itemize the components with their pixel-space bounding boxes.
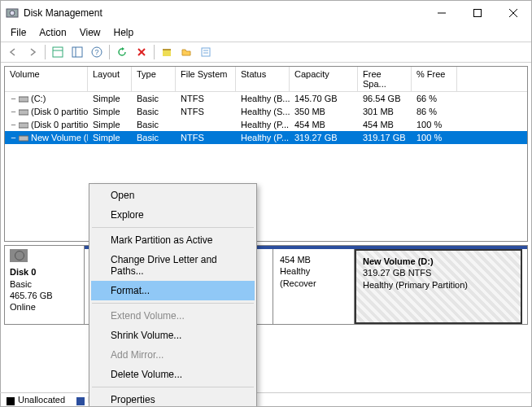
menu-bar: File Action View Help bbox=[1, 25, 531, 42]
svg-point-1 bbox=[10, 11, 15, 15]
menu-separator bbox=[92, 387, 254, 387]
col-filesystem[interactable]: File System bbox=[176, 67, 236, 91]
svg-rect-14 bbox=[163, 50, 171, 56]
legend: Unallocated Primary partition bbox=[0, 392, 532, 407]
ctx-mark-active[interactable]: Mark Partition as Active bbox=[91, 230, 255, 250]
list-icon[interactable] bbox=[197, 43, 215, 61]
ctx-delete[interactable]: Delete Volume... bbox=[91, 365, 255, 384]
svg-rect-19 bbox=[19, 97, 28, 102]
disk-icon bbox=[10, 249, 28, 262]
svg-rect-16 bbox=[202, 48, 210, 56]
svg-rect-3 bbox=[474, 10, 482, 17]
ctx-extend: Extend Volume... bbox=[91, 306, 255, 326]
svg-text:?: ? bbox=[94, 48, 98, 56]
svg-rect-22 bbox=[19, 136, 28, 141]
volume-name: (Disk 0 partition 3) bbox=[31, 120, 88, 129]
volume-name: (C:) bbox=[31, 94, 46, 103]
ctx-open[interactable]: Open bbox=[91, 186, 255, 205]
svg-rect-8 bbox=[72, 47, 82, 57]
svg-rect-6 bbox=[53, 47, 63, 57]
col-type[interactable]: Type bbox=[132, 67, 176, 91]
ctx-properties[interactable]: Properties bbox=[91, 390, 255, 407]
col-volume[interactable]: Volume bbox=[5, 67, 88, 91]
forward-button[interactable] bbox=[24, 43, 41, 61]
disk-panel: Disk 0 Basic 465.76 GB Online sh Dum 454… bbox=[4, 245, 528, 325]
maximize-button[interactable] bbox=[460, 1, 495, 25]
volume-row[interactable]: −(Disk 0 partition 3) Simple Basic Healt… bbox=[5, 118, 527, 131]
col-layout[interactable]: Layout bbox=[88, 67, 132, 91]
ctx-shrink[interactable]: Shrink Volume... bbox=[91, 326, 255, 345]
ctx-format[interactable]: Format... bbox=[91, 281, 255, 300]
refresh-icon[interactable] bbox=[113, 43, 131, 61]
minimize-button[interactable] bbox=[424, 1, 460, 25]
volume-list[interactable]: Volume Layout Type File System Status Ca… bbox=[4, 66, 528, 242]
column-header-row: Volume Layout Type File System Status Ca… bbox=[5, 67, 527, 92]
col-pct-free[interactable]: % Free bbox=[412, 67, 457, 91]
window-title: Disk Management bbox=[24, 7, 424, 19]
svg-rect-21 bbox=[19, 123, 28, 128]
delete-icon[interactable] bbox=[133, 43, 150, 61]
folder-icon[interactable] bbox=[177, 43, 195, 61]
settings-icon[interactable] bbox=[158, 43, 176, 61]
partition[interactable]: 454 MB Healthy (Recover bbox=[273, 249, 355, 324]
menu-help[interactable]: Help bbox=[107, 25, 141, 42]
context-menu: Open Explore Mark Partition as Active Ch… bbox=[89, 183, 257, 407]
partition-selected[interactable]: New Volume (D:) 319.27 GB NTFS Healthy (… bbox=[355, 249, 522, 324]
col-capacity[interactable]: Capacity bbox=[290, 67, 358, 91]
svg-rect-20 bbox=[19, 110, 28, 115]
menu-separator bbox=[92, 303, 254, 304]
toolbar: ? bbox=[1, 42, 531, 63]
ctx-explore[interactable]: Explore bbox=[91, 205, 255, 225]
disk-type: Basic bbox=[10, 279, 32, 289]
ctx-change-letter[interactable]: Change Drive Letter and Paths... bbox=[91, 250, 255, 281]
col-free[interactable]: Free Spa... bbox=[358, 67, 412, 91]
menu-action[interactable]: Action bbox=[33, 25, 72, 42]
app-icon bbox=[6, 7, 19, 20]
menu-separator bbox=[92, 227, 254, 228]
view-2-icon[interactable] bbox=[68, 43, 86, 61]
ctx-add-mirror: Add Mirror... bbox=[91, 345, 255, 365]
disk-name: Disk 0 bbox=[10, 267, 36, 277]
svg-rect-15 bbox=[163, 49, 171, 50]
disk-size: 465.76 GB bbox=[10, 291, 53, 300]
disk-state: Online bbox=[10, 302, 36, 312]
view-1-icon[interactable] bbox=[49, 43, 67, 61]
legend-unallocated: Unallocated bbox=[18, 395, 65, 405]
volume-row-selected[interactable]: −New Volume (D:) Simple Basic NTFS Healt… bbox=[5, 131, 527, 144]
menu-view[interactable]: View bbox=[73, 25, 107, 42]
back-button[interactable] bbox=[4, 43, 22, 61]
close-button[interactable] bbox=[495, 1, 531, 25]
help-icon[interactable]: ? bbox=[88, 43, 106, 61]
col-status[interactable]: Status bbox=[236, 67, 290, 91]
disk-label[interactable]: Disk 0 Basic 465.76 GB Online bbox=[5, 246, 85, 324]
title-bar: Disk Management bbox=[1, 1, 531, 25]
volume-row[interactable]: −(C:) Simple Basic NTFS Healthy (B... 14… bbox=[5, 92, 527, 105]
volume-name: (Disk 0 partition 1) bbox=[31, 107, 88, 116]
volume-row[interactable]: −(Disk 0 partition 1) Simple Basic NTFS … bbox=[5, 105, 527, 118]
volume-name: New Volume (D:) bbox=[31, 133, 88, 142]
menu-file[interactable]: File bbox=[4, 25, 33, 42]
